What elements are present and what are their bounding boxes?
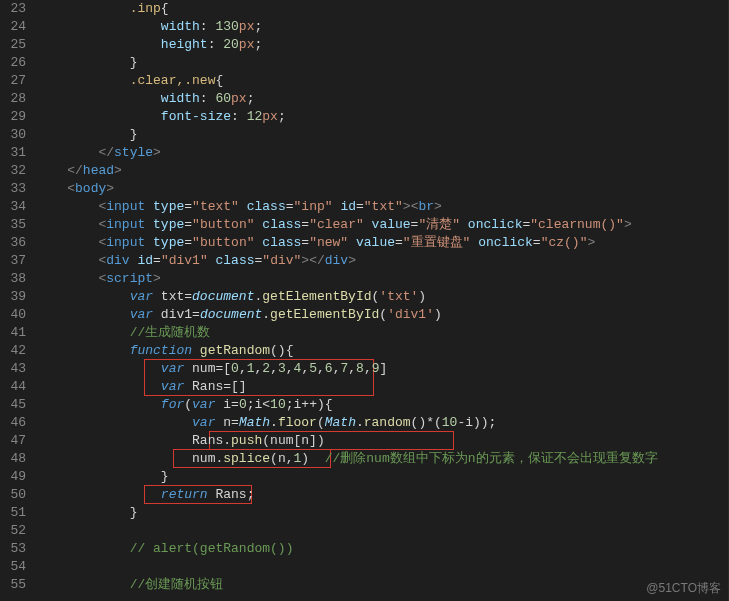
line-number: 33: [0, 180, 26, 198]
code-line: </head>: [36, 162, 729, 180]
code-line: //生成随机数: [36, 324, 729, 342]
line-number: 38: [0, 270, 26, 288]
line-number: 39: [0, 288, 26, 306]
code-line: <input type="button" class="clear" value…: [36, 216, 729, 234]
code-line: }: [36, 54, 729, 72]
line-number: 29: [0, 108, 26, 126]
line-number: 23: [0, 0, 26, 18]
line-number: 55: [0, 576, 26, 594]
line-number: 31: [0, 144, 26, 162]
code-line: .clear,.new{: [36, 72, 729, 90]
line-number: 53: [0, 540, 26, 558]
code-line: <div id="div1" class="div"></div>: [36, 252, 729, 270]
line-number: 47: [0, 432, 26, 450]
code-line: <script>: [36, 270, 729, 288]
line-number: 44: [0, 378, 26, 396]
code-line: <input type="button" class="new" value="…: [36, 234, 729, 252]
line-number: 45: [0, 396, 26, 414]
line-number-gutter: 2324252627282930313233343536373839404142…: [0, 0, 36, 601]
code-line: height: 20px;: [36, 36, 729, 54]
line-number: 49: [0, 468, 26, 486]
line-number: 52: [0, 522, 26, 540]
line-number: 41: [0, 324, 26, 342]
line-number: 46: [0, 414, 26, 432]
code-line: var div1=document.getElementById('div1'): [36, 306, 729, 324]
code-line: return Rans;: [36, 486, 729, 504]
code-line: [36, 522, 729, 540]
code-line: num.splice(n,1) //删除num数组中下标为n的元素，保证不会出现…: [36, 450, 729, 468]
code-area[interactable]: .inp{ width: 130px; height: 20px; } .cle…: [36, 0, 729, 601]
line-number: 50: [0, 486, 26, 504]
watermark: @51CTO博客: [646, 579, 721, 597]
code-line: width: 60px;: [36, 90, 729, 108]
code-line: }: [36, 468, 729, 486]
line-number: 34: [0, 198, 26, 216]
code-editor: 2324252627282930313233343536373839404142…: [0, 0, 729, 601]
line-number: 24: [0, 18, 26, 36]
line-number: 28: [0, 90, 26, 108]
code-line: font-size: 12px;: [36, 108, 729, 126]
line-number: 32: [0, 162, 26, 180]
line-number: 43: [0, 360, 26, 378]
code-line: Rans.push(num[n]): [36, 432, 729, 450]
code-line: .inp{: [36, 0, 729, 18]
code-line: function getRandom(){: [36, 342, 729, 360]
code-line: <input type="text" class="inp" id="txt">…: [36, 198, 729, 216]
line-number: 54: [0, 558, 26, 576]
code-line: </style>: [36, 144, 729, 162]
line-number: 48: [0, 450, 26, 468]
code-line: <body>: [36, 180, 729, 198]
line-number: 25: [0, 36, 26, 54]
code-line: // alert(getRandom()): [36, 540, 729, 558]
code-line: var Rans=[]: [36, 378, 729, 396]
code-line: var n=Math.floor(Math.random()*(10-i));: [36, 414, 729, 432]
code-line: }: [36, 504, 729, 522]
line-number: 40: [0, 306, 26, 324]
line-number: 27: [0, 72, 26, 90]
code-line: var num=[0,1,2,3,4,5,6,7,8,9]: [36, 360, 729, 378]
line-number: 26: [0, 54, 26, 72]
code-line: var txt=document.getElementById('txt'): [36, 288, 729, 306]
line-number: 35: [0, 216, 26, 234]
line-number: 36: [0, 234, 26, 252]
code-line: }: [36, 126, 729, 144]
code-line: //创建随机按钮: [36, 576, 729, 594]
line-number: 30: [0, 126, 26, 144]
code-line: [36, 558, 729, 576]
line-number: 37: [0, 252, 26, 270]
code-line: width: 130px;: [36, 18, 729, 36]
code-line: for(var i=0;i<10;i++){: [36, 396, 729, 414]
line-number: 42: [0, 342, 26, 360]
line-number: 51: [0, 504, 26, 522]
